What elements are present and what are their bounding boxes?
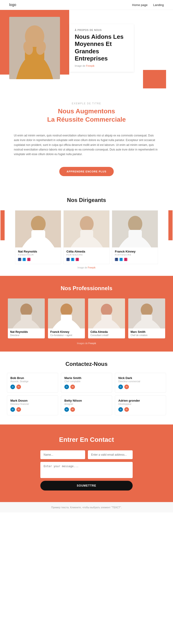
- leader-card: Nat Reynolds FONDATEUR f t i: [15, 210, 61, 264]
- footer-text: Пример текста. Кликните, чтобы выбрать э…: [51, 506, 122, 509]
- section2: EXEMPLE DE TITRE Nous Augmentons La Réus…: [0, 91, 173, 190]
- email-icon[interactable]: ✉: [16, 407, 21, 412]
- pro-photo-3: [128, 298, 165, 328]
- cta-form: SOUMETTRE: [40, 450, 133, 490]
- facebook-icon[interactable]: f: [115, 258, 118, 261]
- svg-rect-7: [31, 230, 45, 239]
- linkedin-icon[interactable]: in: [64, 384, 69, 389]
- leaders-credit: Image de Freepik: [4, 266, 168, 269]
- contact-social-0: in ✉: [10, 384, 55, 389]
- navbar: logo Home page Landing: [0, 0, 173, 10]
- svg-rect-22: [101, 314, 112, 322]
- linkedin-icon[interactable]: in: [118, 407, 123, 412]
- submit-button[interactable]: SOUMETTRE: [40, 481, 133, 490]
- contact-name-0: Bob Brun: [10, 376, 55, 380]
- hero-content: À PROPOS DE NOUS Nous Aidons Les Moyenne…: [9, 17, 164, 79]
- contact-card-1: Marie Smith Chef comptable in ✉: [61, 373, 112, 393]
- learn-more-button[interactable]: APPRENDRE ENCORE PLUS: [59, 167, 114, 176]
- leader-role-1: PARTENAIRE: [66, 254, 106, 256]
- leaders-grid: Nat Reynolds FONDATEUR f t i: [4, 210, 168, 264]
- email-icon[interactable]: ✉: [70, 384, 75, 389]
- contact-role-4: designer: [64, 403, 109, 405]
- contact-name-1: Marie Smith: [64, 376, 109, 380]
- nav-landing[interactable]: Landing: [153, 3, 164, 7]
- svg-rect-10: [80, 230, 93, 239]
- leaders-left-accent: [0, 210, 4, 240]
- contact-social-3: in ✉: [10, 407, 55, 412]
- email-icon[interactable]: ✉: [16, 384, 21, 389]
- pro-card-0: Nat Reynolds Directeur: [8, 298, 45, 338]
- instagram-icon[interactable]: i: [124, 258, 127, 261]
- svg-rect-25: [141, 314, 152, 322]
- svg-point-21: [101, 304, 112, 316]
- instagram-icon[interactable]: i: [76, 258, 79, 261]
- section2-tag: EXEMPLE DE TITRE: [9, 102, 164, 105]
- contact-social-1: in ✉: [64, 384, 109, 389]
- pro-info-0: Nat Reynolds Directeur: [8, 328, 45, 338]
- email-icon[interactable]: ✉: [124, 384, 129, 389]
- pros-credit-link[interactable]: Freepik: [88, 342, 96, 344]
- hero-credit-link[interactable]: Freepik: [86, 64, 94, 67]
- contact-role-2: Directeur commercial: [118, 380, 162, 383]
- leader-card: Célia Almeda PARTENAIRE f t i: [64, 210, 110, 264]
- professionals-credit: Images de Freepik: [4, 342, 168, 344]
- svg-rect-13: [128, 230, 142, 239]
- leader-photo-0: [15, 210, 61, 248]
- pro-photo-1: [48, 298, 85, 328]
- leader-card: Franck Kinney PARTENAIRE f t i: [112, 210, 158, 264]
- pro-name-1: Franck Kinney: [50, 330, 82, 334]
- leaders-section: Nos Dirigeants Nat Reynolds FONDATEUR f: [0, 190, 173, 276]
- contact-role-5: Développeur: [118, 403, 162, 405]
- linkedin-icon[interactable]: in: [64, 407, 69, 412]
- twitter-icon[interactable]: t: [71, 258, 74, 261]
- twitter-icon[interactable]: t: [120, 258, 123, 261]
- leader-name-0: Nat Reynolds: [18, 250, 58, 253]
- svg-point-24: [141, 304, 153, 316]
- contact-card-0: Bob Brun Associé, Stratège in ✉: [7, 373, 58, 393]
- twitter-icon[interactable]: t: [22, 258, 26, 261]
- footer: Пример текста. Кликните, чтобы выбрать э…: [0, 502, 173, 512]
- pro-svg-1: [48, 298, 85, 328]
- professionals-section: Nos Professionnels Nat Reynolds Directeu…: [0, 276, 173, 352]
- hero-image: [9, 17, 60, 79]
- email-icon[interactable]: ✉: [124, 407, 129, 412]
- contact-section: Contactez-Nous Bob Brun Associé, Stratèg…: [0, 352, 173, 424]
- hero-person-svg: [9, 17, 60, 79]
- pro-role-1: Co-fondateur + agent: [50, 334, 82, 336]
- section2-title-line1: Nous Augmentons: [58, 108, 115, 115]
- leaders-right-accent: [168, 210, 172, 240]
- leader-name-2: Franck Kinney: [115, 250, 155, 253]
- contact-card-3: Mark Doson Directeur financier in ✉: [7, 396, 58, 415]
- cta-section: Entrer En Contact SOUMETTRE: [0, 424, 173, 502]
- pro-svg-2: [88, 298, 125, 328]
- contact-card-4: Betty Nilson designer in ✉: [61, 396, 112, 415]
- facebook-icon[interactable]: f: [18, 258, 21, 261]
- pro-card-1: Franck Kinney Co-fondateur + agent: [48, 298, 85, 338]
- hero-tag: À PROPOS DE NOUS: [75, 29, 128, 32]
- section2-title-line2: La Réussite Commerciale: [47, 116, 126, 123]
- leaders-credit-link[interactable]: Freepik: [88, 266, 96, 269]
- professionals-grid: Nat Reynolds Directeur Franck Kinney Co-…: [4, 298, 168, 338]
- name-input[interactable]: [40, 450, 85, 459]
- facebook-icon[interactable]: f: [66, 258, 70, 261]
- linkedin-icon[interactable]: in: [10, 384, 15, 389]
- nav-home[interactable]: Home page: [132, 3, 148, 7]
- leader-role-0: FONDATEUR: [18, 254, 58, 256]
- email-input[interactable]: [88, 450, 133, 459]
- pro-photo-0: [8, 298, 45, 328]
- contact-name-3: Mark Doson: [10, 399, 55, 402]
- contact-social-5: in ✉: [118, 407, 162, 412]
- pro-name-0: Nat Reynolds: [10, 330, 42, 334]
- linkedin-icon[interactable]: in: [10, 407, 15, 412]
- pro-name-3: Marc Smith: [130, 330, 163, 334]
- hero-credit: Image de Freepik: [75, 64, 128, 67]
- linkedin-icon[interactable]: in: [118, 384, 123, 389]
- message-input[interactable]: [40, 462, 133, 478]
- email-icon[interactable]: ✉: [70, 407, 75, 412]
- instagram-icon[interactable]: i: [27, 258, 30, 261]
- contact-name-2: Nick Dark: [118, 376, 162, 380]
- contact-social-2: in ✉: [118, 384, 162, 389]
- pro-photo-2: [88, 298, 125, 328]
- svg-point-18: [60, 304, 72, 316]
- contact-name-4: Betty Nilson: [64, 399, 109, 402]
